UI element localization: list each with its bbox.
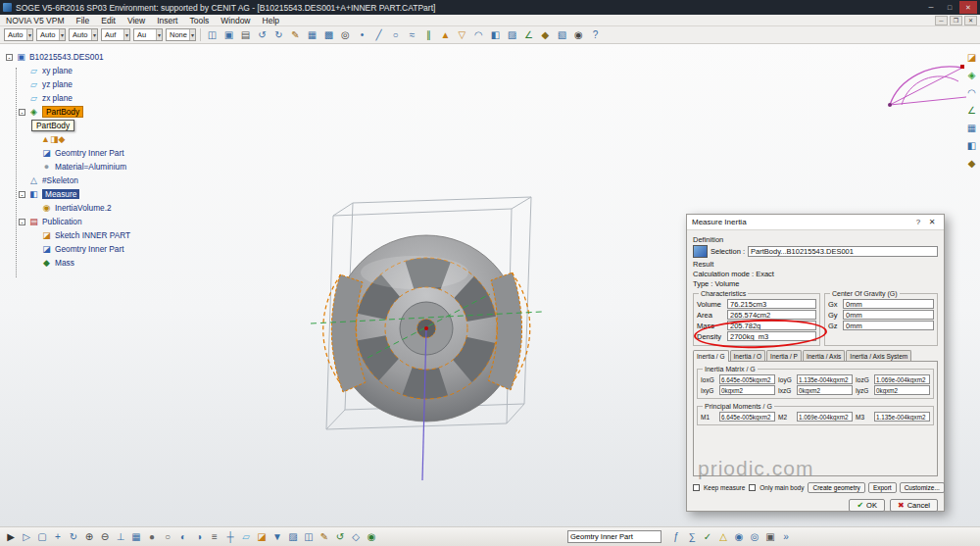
- tree-expander[interactable]: -: [6, 54, 13, 61]
- chevron-down-icon[interactable]: ▾: [123, 29, 129, 40]
- sketcher-dock-icon[interactable]: ◪: [967, 52, 976, 63]
- tree-item[interactable]: ◪ Geomtry Inner Part: [4, 146, 200, 160]
- inertia-tab[interactable]: Inertia / P: [766, 350, 802, 361]
- undo-icon[interactable]: ↺: [255, 27, 270, 42]
- help-button[interactable]: ?: [911, 218, 925, 226]
- more-icon[interactable]: »: [779, 531, 793, 542]
- tree-item[interactable]: PartBody: [17, 119, 200, 132]
- check-icon[interactable]: ✓: [701, 531, 714, 542]
- tree-item-label[interactable]: Geomtry Inner Part: [55, 148, 124, 158]
- close-icon[interactable]: ✕: [925, 218, 939, 226]
- tree-item-label[interactable]: zx plane: [42, 93, 73, 103]
- toolbar-dropdown[interactable]: Au ▾: [133, 28, 163, 41]
- characteristic-value-field[interactable]: 76.215cm3: [727, 299, 816, 309]
- lock-icon[interactable]: ▣: [763, 531, 777, 542]
- swap-space-icon[interactable]: ◑: [192, 531, 206, 542]
- menu-item[interactable]: Help: [257, 16, 285, 25]
- tree-expander[interactable]: -: [19, 191, 25, 198]
- window-control-button[interactable]: ─: [922, 1, 940, 14]
- info-icon[interactable]: ◉: [732, 531, 746, 542]
- tree-item[interactable]: ▱ xy plane: [4, 64, 200, 77]
- wireframe-icon[interactable]: ○: [161, 531, 174, 542]
- inertia-tool-icon[interactable]: ◆: [538, 27, 553, 42]
- axis-icon[interactable]: ┼: [223, 531, 237, 542]
- dialog-action-button[interactable]: Export: [868, 482, 897, 493]
- tree-expander[interactable]: -: [19, 109, 25, 116]
- mdi-control-button[interactable]: ❐: [950, 16, 962, 25]
- inertia-tab[interactable]: Inertia / Axis System: [846, 350, 911, 361]
- rotate-icon[interactable]: ↻: [67, 531, 80, 542]
- copy-icon[interactable]: ◫: [205, 27, 220, 42]
- inertia-tab[interactable]: Inertia / Axis: [803, 350, 845, 361]
- tree-item[interactable]: - ▤ Publication: [4, 215, 200, 228]
- dialog-action-button[interactable]: Create geometry: [808, 482, 864, 493]
- print-icon[interactable]: ▤: [238, 27, 253, 42]
- tree-expander[interactable]: -: [19, 219, 25, 225]
- redo-icon[interactable]: ↻: [271, 27, 286, 42]
- zoom-area-icon[interactable]: ◎: [338, 27, 353, 42]
- tree-item-label[interactable]: Geomtry Inner Part: [55, 244, 124, 254]
- inertia-tab[interactable]: Inertia / G: [693, 350, 729, 362]
- characteristic-value-field[interactable]: 2700kg_m3: [727, 331, 816, 341]
- fillet-icon[interactable]: ◠: [471, 27, 486, 42]
- menu-item[interactable]: NOVIA V5 VPM: [0, 16, 71, 25]
- characteristic-value-field[interactable]: 265.574cm2: [727, 310, 816, 320]
- tree-item-label[interactable]: Sketch INNER PART: [55, 230, 130, 240]
- menu-item[interactable]: File: [71, 16, 96, 25]
- tree-item-label[interactable]: Measure: [42, 189, 79, 199]
- principal-moment-value-field[interactable]: 1.135e-004kgxm2: [874, 412, 930, 422]
- tree-item[interactable]: ◪ Sketch INNER PART: [4, 228, 200, 242]
- chevron-down-icon[interactable]: ▾: [26, 29, 32, 40]
- layer-icon[interactable]: ≡: [208, 531, 221, 542]
- section-icon[interactable]: ◫: [302, 531, 316, 542]
- inertia-matrix-value-field[interactable]: 6.645e-005kgxm2: [719, 374, 775, 384]
- inertia-matrix-value-field[interactable]: 0kgxm2: [797, 385, 853, 395]
- datum-icon[interactable]: ◇: [349, 531, 363, 542]
- fit-all-icon[interactable]: ▢: [35, 531, 49, 542]
- cancel-button[interactable]: ✖ Cancel: [890, 499, 938, 512]
- characteristic-value-field[interactable]: 205.782g: [727, 321, 816, 330]
- warning-icon[interactable]: △: [716, 531, 730, 542]
- dialog-action-button[interactable]: Customize...: [900, 482, 945, 493]
- compass[interactable]: [882, 48, 970, 109]
- tools-dock-icon[interactable]: ◆: [968, 158, 976, 169]
- tree-item[interactable]: ▱ zx plane: [4, 91, 200, 105]
- mdi-control-button[interactable]: ─: [935, 16, 948, 25]
- cog-value-field[interactable]: 0mm: [843, 299, 934, 309]
- fly-icon[interactable]: ▷: [20, 531, 33, 542]
- part-3d-model[interactable]: [250, 157, 583, 490]
- tree-item-label[interactable]: #Skeleton: [42, 175, 78, 185]
- help-icon[interactable]: ?: [588, 27, 603, 42]
- point-icon[interactable]: •: [355, 27, 369, 42]
- keep-measure-checkbox[interactable]: [693, 484, 700, 491]
- inertia-matrix-value-field[interactable]: 1.069e-004kgxm2: [874, 374, 930, 384]
- update-icon[interactable]: ↺: [333, 531, 347, 542]
- cog-value-field[interactable]: 0mm: [843, 321, 934, 330]
- tree-item[interactable]: ◪ Geomtry Inner Part: [4, 242, 200, 256]
- shaded-icon[interactable]: ●: [145, 531, 159, 542]
- toolbar-dropdown[interactable]: Auto ▾: [36, 28, 66, 41]
- active-object-field[interactable]: [567, 530, 662, 543]
- tree-item-label[interactable]: B10215543.DES001: [29, 52, 104, 62]
- principal-moment-value-field[interactable]: 6.645e-005kgxm2: [719, 412, 775, 422]
- snap-grid-icon[interactable]: ▩: [321, 27, 336, 42]
- tree-item[interactable]: ● Material=Aluminium: [4, 160, 200, 174]
- menu-item[interactable]: Edit: [95, 16, 122, 25]
- spline-icon[interactable]: ≈: [405, 27, 419, 42]
- tree-item-label[interactable]: Publication: [42, 217, 82, 226]
- tree-item-label[interactable]: xy plane: [42, 66, 73, 75]
- paintbrush-icon[interactable]: ✎: [288, 27, 303, 42]
- tree-item-label[interactable]: PartBody: [31, 120, 74, 131]
- pocket-icon[interactable]: ▽: [455, 27, 469, 42]
- view-dock-icon[interactable]: ▦: [967, 123, 976, 133]
- inertia-matrix-value-field[interactable]: 0kgxm2: [874, 385, 930, 395]
- pattern-tool-icon[interactable]: ▨: [286, 531, 300, 542]
- menu-item[interactable]: Tools: [183, 16, 215, 25]
- pan-icon[interactable]: +: [51, 531, 65, 542]
- knowledge-icon[interactable]: ƒ: [669, 531, 683, 542]
- principal-moment-value-field[interactable]: 1.069e-004kgxm2: [797, 412, 853, 422]
- window-control-button[interactable]: □: [941, 1, 958, 14]
- chevron-down-icon[interactable]: ▾: [189, 29, 195, 40]
- tree-item[interactable]: △ #Skeleton: [4, 174, 200, 187]
- tree-item[interactable]: ▲◨◆: [4, 132, 200, 146]
